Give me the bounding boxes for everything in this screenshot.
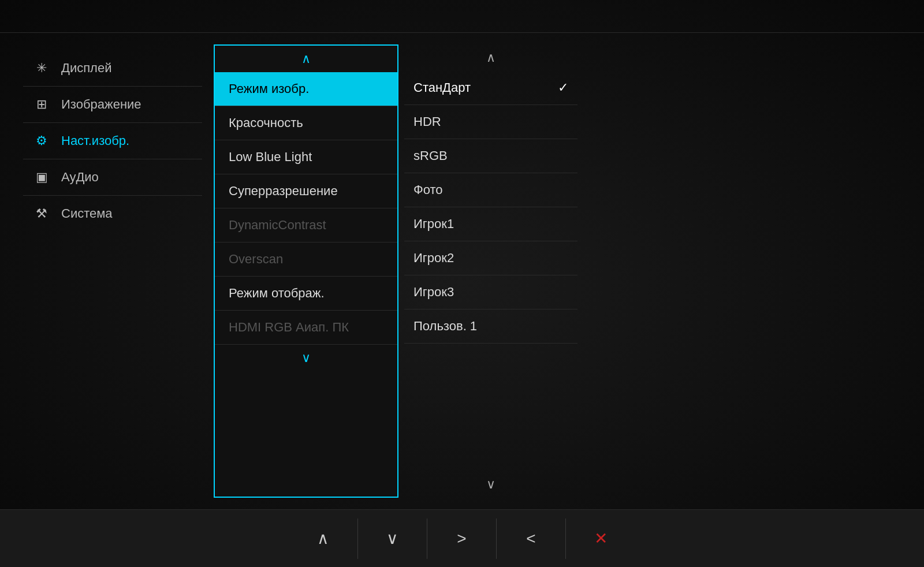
system-icon: ⚒ <box>32 206 51 221</box>
value-label-standard: СтанДарт <box>413 80 471 95</box>
bottom-nav-bar: ∧∨><✕ <box>0 509 924 567</box>
sidebar-label-audio: АуДио <box>61 170 99 185</box>
display-icon: ✳ <box>32 61 51 76</box>
menu-item-low-blue-light[interactable]: Low Blue Light <box>215 140 397 174</box>
value-item-player3[interactable]: Игрок3 <box>404 275 578 309</box>
menu-item-display-mode[interactable]: Режим отображ. <box>215 277 397 311</box>
sidebar-label-system: Система <box>61 206 113 221</box>
menu-item-overscan: Overscan <box>215 243 397 277</box>
value-item-photo[interactable]: Фото <box>404 173 578 207</box>
nav-btn-right[interactable]: > <box>427 518 497 559</box>
value-item-player1[interactable]: Игрок1 <box>404 207 578 241</box>
sidebar-label-image-settings: Наст.изобр. <box>61 133 129 148</box>
nav-btn-close[interactable]: ✕ <box>566 518 635 559</box>
value-label-player2: Игрок2 <box>413 251 454 266</box>
sidebar-label-image: Изображение <box>61 97 141 112</box>
value-label-player3: Игрок3 <box>413 285 454 300</box>
sidebar-item-system[interactable]: ⚒Система <box>23 196 202 232</box>
value-label-player1: Игрок1 <box>413 217 454 232</box>
right-arrow-up[interactable]: ∧ <box>404 44 578 71</box>
value-label-hdr: HDR <box>413 114 441 129</box>
sidebar-item-image[interactable]: ⊞Изображение <box>23 87 202 123</box>
top-bar <box>0 0 924 33</box>
audio-icon: ▣ <box>32 170 51 185</box>
sidebar-item-audio[interactable]: ▣АуДио <box>23 159 202 196</box>
sidebar-item-image-settings[interactable]: ⚙Наст.изобр. <box>23 123 202 159</box>
value-item-user1[interactable]: Пользов. 1 <box>404 309 578 344</box>
value-item-hdr[interactable]: HDR <box>404 105 578 139</box>
right-arrow-down[interactable]: ∨ <box>404 471 578 498</box>
nav-btn-down[interactable]: ∨ <box>358 518 427 559</box>
right-column: ∧ СтанДарт✓HDRsRGBФотоИгрок1Игрок2Игрок3… <box>404 44 578 498</box>
value-item-srgb[interactable]: sRGB <box>404 139 578 173</box>
image-icon: ⊞ <box>32 97 51 112</box>
sidebar: ✳Дисплей⊞Изображение⚙Наст.изобр.▣АуДио⚒С… <box>23 44 202 498</box>
menu-item-hdmi-rgb: HDMI RGB Аиап. ПК <box>215 311 397 345</box>
value-item-standard[interactable]: СтанДарт✓ <box>404 71 578 105</box>
sidebar-item-display[interactable]: ✳Дисплей <box>23 50 202 87</box>
checkmark-standard: ✓ <box>558 80 568 95</box>
menu-item-picture-mode[interactable]: Режим изобр. <box>215 72 397 106</box>
nav-btn-left[interactable]: < <box>497 518 566 559</box>
value-label-srgb: sRGB <box>413 148 448 163</box>
menu-item-super-resolution[interactable]: Суперразрешение <box>215 174 397 208</box>
main-content: ✳Дисплей⊞Изображение⚙Наст.изобр.▣АуДио⚒С… <box>0 33 924 509</box>
middle-arrow-up[interactable]: ∧ <box>215 46 397 72</box>
menu-item-dynamic-contrast: DynamicContrast <box>215 208 397 243</box>
screen: ✳Дисплей⊞Изображение⚙Наст.изобр.▣АуДио⚒С… <box>0 0 924 567</box>
value-label-user1: Пользов. 1 <box>413 319 477 334</box>
value-item-player2[interactable]: Игрок2 <box>404 241 578 275</box>
image-settings-icon: ⚙ <box>32 133 51 148</box>
menu-item-colorfulness[interactable]: Красочность <box>215 106 397 140</box>
middle-arrow-down[interactable]: ∨ <box>215 345 397 371</box>
nav-btn-up[interactable]: ∧ <box>289 518 358 559</box>
value-label-photo: Фото <box>413 182 443 197</box>
middle-column: ∧ Режим изобр.КрасочностьLow Blue LightС… <box>214 44 398 498</box>
sidebar-label-display: Дисплей <box>61 61 111 76</box>
